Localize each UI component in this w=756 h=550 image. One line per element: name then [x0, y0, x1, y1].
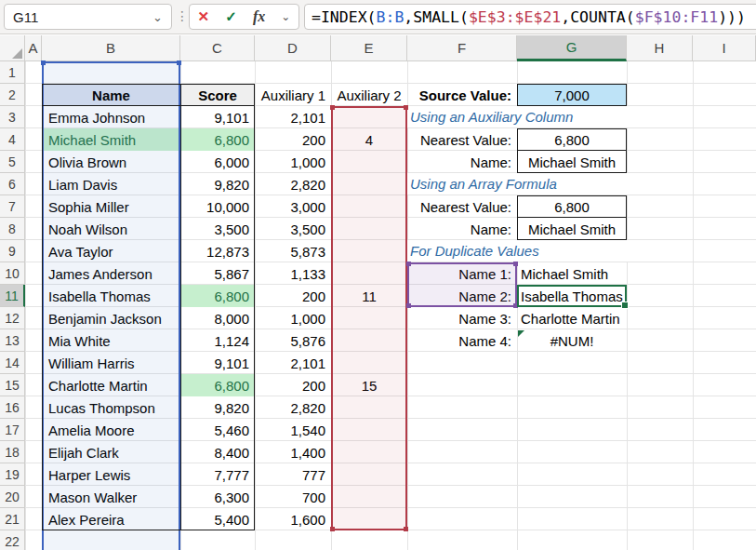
- row-header-2[interactable]: 2: [0, 84, 25, 106]
- column-header-E[interactable]: E: [331, 35, 407, 61]
- row-header-16[interactable]: 16: [0, 396, 25, 419]
- column-header-A[interactable]: A: [25, 35, 42, 61]
- column-header-C[interactable]: C: [180, 35, 255, 61]
- cell-C4[interactable]: 6,800: [180, 128, 255, 151]
- cell-B13[interactable]: Mia White: [42, 329, 180, 352]
- column-header-H[interactable]: H: [627, 35, 693, 61]
- cell-C17[interactable]: 5,460: [180, 419, 255, 441]
- cell-G8[interactable]: Michael Smith: [517, 218, 627, 240]
- cell-B8[interactable]: Noah Wilson: [42, 218, 180, 240]
- row-header-15[interactable]: 15: [0, 374, 25, 396]
- cell-D8[interactable]: 3,500: [255, 218, 331, 240]
- row-header-4[interactable]: 4: [0, 128, 25, 151]
- insert-function-icon[interactable]: fx: [253, 8, 265, 25]
- cell-C12[interactable]: 8,000: [180, 307, 255, 329]
- cell-B3[interactable]: Emma Johnson: [42, 106, 180, 128]
- cell-C13[interactable]: 1,124: [180, 329, 255, 352]
- cell-G4[interactable]: 6,800: [517, 128, 627, 151]
- section-title-row6[interactable]: Using an Array Formula: [407, 173, 649, 195]
- cell-G2[interactable]: 7,000: [517, 84, 627, 106]
- column-header-B[interactable]: B: [42, 35, 180, 61]
- cell-F7[interactable]: Nearest Value:: [407, 195, 517, 218]
- row-header-10[interactable]: 10: [0, 262, 25, 285]
- fill-handle[interactable]: [621, 302, 629, 309]
- cell-D14[interactable]: 2,101: [255, 352, 331, 374]
- cell-B10[interactable]: James Anderson: [42, 262, 180, 285]
- select-all-button[interactable]: [0, 35, 25, 61]
- cell-B6[interactable]: Liam Davis: [42, 173, 180, 195]
- section-title-row3[interactable]: Using an Auxiliary Column: [407, 106, 649, 127]
- cell-C2[interactable]: Score: [180, 84, 255, 106]
- cell-C8[interactable]: 3,500: [180, 218, 255, 240]
- chevron-down-icon[interactable]: ⌄: [281, 11, 290, 22]
- cell-C7[interactable]: 10,000: [180, 195, 255, 218]
- cell-D11[interactable]: 200: [255, 285, 331, 307]
- row-header-18[interactable]: 18: [0, 441, 25, 463]
- cell-C11[interactable]: 6,800: [180, 285, 255, 307]
- column-header-F[interactable]: F: [407, 35, 517, 61]
- cell-D5[interactable]: 1,000: [255, 151, 331, 173]
- row-header-21[interactable]: 21: [0, 508, 25, 530]
- cell-C19[interactable]: 7,777: [180, 463, 255, 486]
- cell-B12[interactable]: Benjamin Jackson: [42, 307, 180, 329]
- cell-E4[interactable]: 4: [331, 128, 407, 151]
- cell-G12[interactable]: Charlotte Martin: [517, 307, 627, 329]
- name-box[interactable]: G11 ⌄: [4, 4, 172, 30]
- cell-B14[interactable]: William Harris: [42, 352, 180, 374]
- cell-B19[interactable]: Harper Lewis: [42, 463, 180, 486]
- more-options-icon[interactable]: ⋮: [176, 9, 189, 22]
- cell-D17[interactable]: 1,540: [255, 419, 331, 441]
- cell-B4[interactable]: Michael Smith: [42, 128, 180, 151]
- cell-D10[interactable]: 1,133: [255, 262, 331, 285]
- row-header-20[interactable]: 20: [0, 486, 25, 508]
- cell-F8[interactable]: Name:: [407, 218, 517, 240]
- row-header-9[interactable]: 9: [0, 240, 25, 262]
- column-header-D[interactable]: D: [255, 35, 331, 61]
- cell-D9[interactable]: 5,873: [255, 240, 331, 262]
- cell-G5[interactable]: Michael Smith: [517, 151, 627, 173]
- cell-D2[interactable]: Auxiliary 1: [255, 84, 331, 106]
- chevron-down-icon[interactable]: ⌄: [153, 11, 163, 23]
- row-header-3[interactable]: 3: [0, 106, 25, 128]
- formula-input[interactable]: =INDEX(B:B,SMALL($E$3:$E$21,COUNTA($F$10…: [304, 4, 756, 30]
- enter-icon[interactable]: ✓: [225, 8, 237, 25]
- cell-D20[interactable]: 700: [255, 486, 331, 508]
- cell-B5[interactable]: Olivia Brown: [42, 151, 180, 173]
- row-header-22[interactable]: 22: [0, 530, 25, 550]
- cell-C16[interactable]: 9,820: [180, 396, 255, 419]
- active-cell-border-g11[interactable]: [517, 285, 627, 307]
- cell-B2[interactable]: Name: [42, 84, 180, 106]
- cell-C20[interactable]: 6,300: [180, 486, 255, 508]
- cell-E11[interactable]: 11: [331, 285, 407, 307]
- section-title-row9[interactable]: For Duplicate Values: [407, 240, 649, 262]
- row-header-5[interactable]: 5: [0, 151, 25, 173]
- cell-F13[interactable]: Name 4:: [407, 329, 517, 352]
- row-header-8[interactable]: 8: [0, 218, 25, 240]
- cell-B15[interactable]: Charlotte Martin: [42, 374, 180, 396]
- cell-D15[interactable]: 200: [255, 374, 331, 396]
- cell-C15[interactable]: 6,800: [180, 374, 255, 396]
- cell-D21[interactable]: 1,600: [255, 508, 331, 530]
- cell-D18[interactable]: 1,400: [255, 441, 331, 463]
- cell-D6[interactable]: 2,820: [255, 173, 331, 195]
- cell-F12[interactable]: Name 3:: [407, 307, 517, 329]
- cell-B20[interactable]: Mason Walker: [42, 486, 180, 508]
- cell-F11[interactable]: Name 2:: [407, 285, 517, 307]
- cell-B21[interactable]: Alex Pereira: [42, 508, 180, 530]
- cell-F5[interactable]: Name:: [407, 151, 517, 173]
- cancel-icon[interactable]: ✕: [198, 8, 210, 25]
- cell-C21[interactable]: 5,400: [180, 508, 255, 530]
- cell-C9[interactable]: 12,873: [180, 240, 255, 262]
- cell-F10[interactable]: Name 1:: [407, 262, 517, 285]
- cell-B11[interactable]: Isabella Thomas: [42, 285, 180, 307]
- row-header-1[interactable]: 1: [0, 61, 25, 84]
- row-header-17[interactable]: 17: [0, 419, 25, 441]
- cell-C3[interactable]: 9,101: [180, 106, 255, 128]
- cell-C6[interactable]: 9,820: [180, 173, 255, 195]
- row-header-6[interactable]: 6: [0, 173, 25, 195]
- cell-C18[interactable]: 8,400: [180, 441, 255, 463]
- cell-C14[interactable]: 9,101: [180, 352, 255, 374]
- cell-B9[interactable]: Ava Taylor: [42, 240, 180, 262]
- row-header-7[interactable]: 7: [0, 195, 25, 218]
- row-header-12[interactable]: 12: [0, 307, 25, 329]
